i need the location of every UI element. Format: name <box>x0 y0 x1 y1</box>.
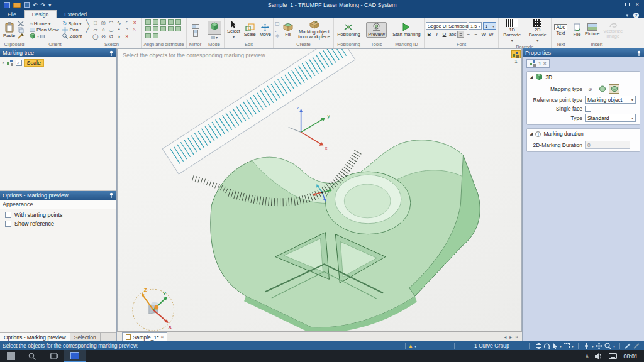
italic-button[interactable]: I <box>433 31 440 38</box>
marquee-select-icon[interactable] <box>564 343 570 348</box>
redo-icon[interactable]: ↷ <box>41 2 46 8</box>
sketch-tool-icon[interactable]: ◠ <box>108 19 116 26</box>
barcode-2d-button[interactable]: 2D Barcode▾ <box>526 19 550 43</box>
taskbar-search-button[interactable] <box>21 350 43 362</box>
send-view-icon[interactable] <box>40 35 45 38</box>
align-tool-icon[interactable] <box>168 26 174 31</box>
properties-object-tab[interactable]: 1 × <box>526 59 550 68</box>
reference-point-select[interactable]: Marking object▾ <box>585 96 636 104</box>
align-tool-icon[interactable] <box>168 19 174 25</box>
mirror-horizontal-icon[interactable] <box>193 30 198 37</box>
sketch-tool-icon[interactable]: ◯ <box>92 33 100 40</box>
underline-button[interactable]: U <box>441 31 448 38</box>
close-button[interactable]: × <box>636 2 639 8</box>
text-button[interactable]: Abc Text <box>553 24 569 36</box>
move-button[interactable]: Move <box>258 23 272 37</box>
customize-toolbar-icon[interactable]: ▾ <box>48 2 52 8</box>
marking-count-chip[interactable]: 1 <box>511 50 521 64</box>
undo-icon[interactable]: ↶ <box>33 2 38 8</box>
mapping-projection-button[interactable] <box>597 84 608 94</box>
sketch-tool-icon[interactable]: ╱ <box>84 26 92 33</box>
view-cube-button[interactable]: ▾ <box>30 33 58 39</box>
rotate-view-icon[interactable] <box>583 343 590 349</box>
sketch-tool-icon[interactable]: × <box>131 19 139 26</box>
pin-icon[interactable] <box>109 50 114 56</box>
width-wide-button[interactable]: W <box>487 31 494 38</box>
sketch-tool-icon[interactable]: ╲ <box>84 19 92 26</box>
plan-view-button[interactable]: Plan View <box>30 27 58 33</box>
measure-icon[interactable] <box>625 343 631 349</box>
sketch-tool-icon[interactable]: × <box>123 33 131 40</box>
with-starting-points-checkbox[interactable] <box>5 212 11 218</box>
tab-options-marking-preview[interactable]: Options - Marking preview <box>0 333 70 341</box>
sketch-tool-icon[interactable]: ◗ <box>115 33 123 40</box>
tab-file[interactable]: File <box>0 10 24 18</box>
align-tool-icon[interactable] <box>153 26 158 31</box>
close-tab-icon[interactable]: × <box>515 334 518 340</box>
settings-icon[interactable]: ✱ <box>275 33 280 39</box>
sketch-tool-icon[interactable]: □ <box>92 19 100 26</box>
align-tool-icon[interactable] <box>175 19 181 25</box>
with-starting-points-option[interactable]: With starting points <box>0 209 116 218</box>
home-button[interactable]: ⌂Home▾ <box>30 21 58 26</box>
zoom-button[interactable]: Zoom▾ <box>62 33 82 39</box>
dotted-line-icon[interactable]: ⋰ <box>275 27 280 33</box>
minimize-button[interactable] <box>614 2 619 8</box>
minimize-ribbon-icon[interactable]: ▾ <box>626 13 628 18</box>
select-cursor-icon[interactable] <box>552 343 558 349</box>
save-icon[interactable] <box>24 2 30 8</box>
tray-expand-icon[interactable]: ∧ <box>586 353 589 359</box>
sketch-tool-icon[interactable]: ◡ <box>108 26 116 33</box>
scroll-updown-icon[interactable] <box>536 343 541 349</box>
sketch-tool-icon[interactable]: ▱ <box>92 26 100 33</box>
sketch-tool-icon[interactable]: ✁ <box>131 26 139 33</box>
positioning-button[interactable]: Positioning <box>336 23 362 37</box>
sketch-tool-icon[interactable]: ◎ <box>99 19 108 26</box>
tree-item-label[interactable]: Scale <box>24 59 45 67</box>
start-button[interactable] <box>0 350 21 362</box>
select-button[interactable]: Select▾ <box>226 20 242 40</box>
spin-button[interactable]: ↻Spin▾ <box>62 21 82 26</box>
mapping-none-button[interactable]: ⌀ <box>585 84 596 94</box>
align-center-icon[interactable]: ≡ <box>465 31 472 38</box>
zoom-view-icon[interactable] <box>604 343 611 349</box>
collapse-icon[interactable]: ◢ <box>530 131 533 136</box>
tree-item-scale[interactable]: ▸ ✓ Scale <box>0 57 116 67</box>
mapping-wrap-button[interactable] <box>609 84 619 94</box>
open-file-icon[interactable] <box>13 3 21 8</box>
start-marking-button[interactable]: Start marking <box>391 23 422 37</box>
collapse-icon[interactable]: ◢ <box>530 75 533 80</box>
viewport-3d[interactable]: Select the objects for the corresponding… <box>117 48 522 331</box>
strikethrough-button[interactable]: abc <box>448 31 457 38</box>
pan-button[interactable]: Pan <box>62 27 82 33</box>
insert-picture-button[interactable]: Picture <box>584 23 601 36</box>
sketch-tool-icon[interactable]: • <box>115 26 123 33</box>
scale-checkbox[interactable]: ✓ <box>16 60 22 66</box>
insert-file-button[interactable]: File <box>572 23 582 37</box>
align-tool-icon[interactable] <box>160 26 166 31</box>
marking-object-from-workpiece-button[interactable]: Marking object from workpiece <box>296 21 332 40</box>
expander-icon[interactable]: ▸ <box>3 60 5 65</box>
scale-button[interactable]: Scale <box>243 23 257 37</box>
app-icon[interactable] <box>4 2 10 8</box>
font-size-select[interactable]: 1.5▾ <box>469 22 482 30</box>
tab-selection[interactable]: Selection <box>70 333 101 341</box>
pin-icon[interactable] <box>109 192 114 198</box>
preview-button[interactable]: Preview <box>366 22 387 38</box>
orbit-icon[interactable] <box>543 343 550 349</box>
sketch-tool-icon[interactable]: ∿ <box>115 19 123 26</box>
close-properties-tab-icon[interactable]: × <box>543 60 547 67</box>
restore-button[interactable] <box>625 2 630 8</box>
align-tool-icon[interactable] <box>153 33 158 38</box>
bold-button[interactable]: B <box>426 31 433 38</box>
tab-extended[interactable]: Extended <box>57 10 94 18</box>
show-reference-checkbox[interactable] <box>5 221 11 227</box>
mode-dropdown[interactable]: ▾ <box>211 35 218 40</box>
single-face-checkbox[interactable] <box>585 106 591 112</box>
help-icon[interactable]: ? <box>633 13 639 18</box>
format-painter-icon[interactable] <box>18 33 24 39</box>
document-tab-sample1[interactable]: Sample_1* × <box>122 332 167 341</box>
pin-icon[interactable] <box>636 50 641 56</box>
align-tool-icon[interactable] <box>153 19 158 25</box>
align-tool-icon[interactable] <box>145 26 151 31</box>
